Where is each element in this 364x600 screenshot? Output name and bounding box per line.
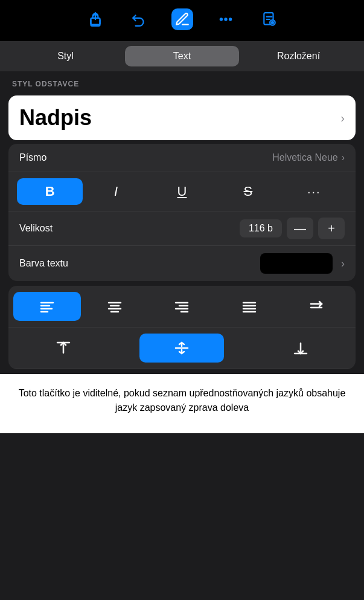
svg-point-3 xyxy=(229,18,231,20)
paragraph-style-value: Nadpis xyxy=(19,105,92,131)
document-icon[interactable] xyxy=(258,8,280,30)
more-icon[interactable] xyxy=(215,8,237,30)
color-row[interactable]: Barva textu › xyxy=(8,246,356,281)
font-label: Písmo xyxy=(19,152,46,163)
color-swatch xyxy=(260,253,333,274)
text-format-panel: Písmo Helvetica Neue › B I U S ··· Velik… xyxy=(8,144,356,281)
size-value: 116 b xyxy=(240,219,282,237)
color-chevron-icon: › xyxy=(341,257,345,270)
bold-label: B xyxy=(45,184,55,199)
alignment-panel xyxy=(8,286,356,369)
size-decrease-button[interactable]: — xyxy=(287,218,313,239)
align-center-button[interactable] xyxy=(81,292,148,321)
valign-top-button[interactable] xyxy=(39,334,88,363)
underline-button[interactable]: U xyxy=(149,178,215,205)
tab-text[interactable]: Text xyxy=(125,46,239,66)
align-right-button[interactable] xyxy=(148,292,216,321)
align-rtl-button[interactable] xyxy=(283,292,351,321)
svg-point-1 xyxy=(220,18,222,20)
svg-point-6 xyxy=(271,22,273,24)
undo-icon[interactable] xyxy=(128,8,150,30)
tab-styl[interactable]: Styl xyxy=(8,46,123,66)
paragraph-style-label: STYL ODSTAVCE xyxy=(0,74,364,92)
valign-middle-button[interactable] xyxy=(139,334,224,363)
bottom-note: Toto tlačítko je viditelné, pokud seznam… xyxy=(0,374,364,433)
size-row: Velikost 116 b — + xyxy=(8,211,356,246)
italic-label: I xyxy=(114,184,118,199)
underline-label: U xyxy=(177,184,187,199)
valign-bottom-button[interactable] xyxy=(276,334,325,363)
svg-point-2 xyxy=(225,18,226,20)
italic-button[interactable]: I xyxy=(83,178,148,205)
more-format-button[interactable]: ··· xyxy=(281,178,347,205)
share-icon[interactable] xyxy=(85,8,106,30)
color-label: Barva textu xyxy=(19,258,260,269)
tab-rozlozeni[interactable]: Rozložení xyxy=(241,46,356,66)
format-buttons-row: B I U S ··· xyxy=(8,172,356,211)
bold-button[interactable]: B xyxy=(17,178,83,205)
align-left-button[interactable] xyxy=(13,292,81,321)
top-toolbar xyxy=(0,0,364,41)
note-text: Toto tlačítko je viditelné, pokud seznam… xyxy=(19,388,346,413)
font-chevron-icon: › xyxy=(342,152,345,163)
paragraph-style-row[interactable]: Nadpis › xyxy=(8,95,356,140)
paragraph-chevron-icon: › xyxy=(340,111,345,125)
font-value: Helvetica Neue › xyxy=(272,152,345,163)
tab-bar: Styl Text Rozložení xyxy=(0,41,364,71)
align-justify-button[interactable] xyxy=(216,292,283,321)
font-row[interactable]: Písmo Helvetica Neue › xyxy=(8,144,356,172)
horizontal-alignment-row xyxy=(8,286,356,327)
strikethrough-label: S xyxy=(244,184,253,199)
size-label: Velikost xyxy=(19,223,240,234)
vertical-alignment-row xyxy=(8,327,356,369)
size-controls: 116 b — + xyxy=(240,218,345,239)
annotate-icon[interactable] xyxy=(171,8,193,30)
size-increase-button[interactable]: + xyxy=(318,218,345,239)
strikethrough-button[interactable]: S xyxy=(215,178,281,205)
more-format-label: ··· xyxy=(307,185,321,199)
